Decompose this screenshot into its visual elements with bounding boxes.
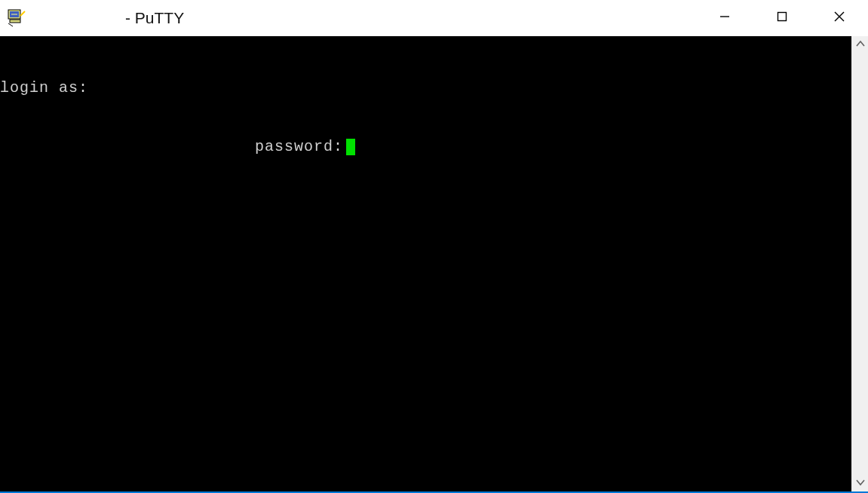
svg-line-5 [8,23,13,26]
putty-window: - PuTTY login as: [0,0,868,493]
window-controls [696,0,868,36]
titlebar[interactable]: - PuTTY [0,0,868,36]
window-title: - PuTTY [125,9,184,27]
vertical-scrollbar[interactable] [851,36,868,491]
svg-rect-3 [10,20,20,23]
putty-app-icon [6,8,27,29]
terminal-line-login: login as: [0,78,851,98]
terminal-line-password: password: [0,137,851,157]
minimize-icon [719,11,730,25]
terminal-cursor [346,139,355,155]
password-indent [0,137,255,157]
scroll-up-button[interactable] [852,36,868,53]
close-icon [833,11,845,26]
svg-rect-7 [778,13,787,21]
close-button[interactable] [811,0,868,36]
chevron-up-icon [856,39,865,50]
maximize-icon [777,11,787,25]
svg-line-4 [20,11,25,16]
chevron-down-icon [856,478,865,488]
maximize-button[interactable] [753,0,811,36]
login-prompt: login as: [0,79,88,96]
password-prompt: password: [255,138,343,155]
terminal[interactable]: login as: password: [0,36,851,491]
scroll-down-button[interactable] [852,475,868,491]
content-area: login as: password: [0,36,868,491]
minimize-button[interactable] [696,0,753,36]
